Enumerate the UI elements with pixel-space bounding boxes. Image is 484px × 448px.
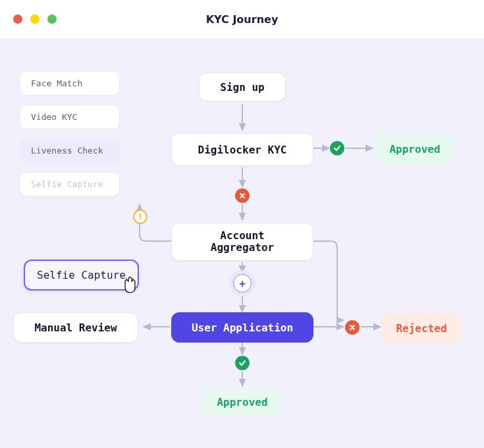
svg-point-0 [140,219,141,220]
palette-label: Face Match [31,78,82,88]
plus-icon: + [239,277,246,290]
node-sign-up[interactable]: Sign up [199,72,286,101]
node-label: Account Aggregator [211,230,274,254]
palette-item-face-match[interactable]: Face Match [20,71,120,96]
check-icon [235,356,250,370]
status-label: Rejected [396,322,446,335]
palette-item-video-kyc[interactable]: Video KYC [20,105,120,129]
status-approved-final: Approved [203,387,282,416]
maximize-icon[interactable] [47,14,57,24]
cross-icon [345,320,360,335]
check-icon [330,141,344,155]
palette-label: Liveness Check [31,146,103,155]
node-label: Digilocker KYC [198,144,287,156]
node-account-aggregator[interactable]: Account Aggregator [171,223,313,261]
diagram-canvas[interactable]: Face Match Video KYC Liveness Check Self… [0,38,484,448]
node-manual-review[interactable]: Manual Review [13,312,138,343]
node-label: User Application [192,322,293,334]
close-icon[interactable] [13,14,22,24]
palette-item-liveness-check[interactable]: Liveness Check [20,138,120,163]
node-user-application[interactable]: User Application [171,312,313,343]
status-rejected: Rejected [382,314,461,343]
dragged-block-label: Selfie Capture [37,269,126,281]
minimize-icon[interactable] [30,14,40,24]
warning-icon [133,210,148,224]
status-label: Approved [217,396,267,408]
add-step-button[interactable]: + [233,274,252,293]
node-label: Sign up [220,81,264,94]
block-palette: Face Match Video KYC Liveness Check Self… [20,71,120,196]
status-label: Approved [389,143,440,155]
node-digilocker-kyc[interactable]: Digilocker KYC [171,133,313,166]
window-controls [13,14,57,24]
titlebar: KYC Journey [0,0,484,38]
node-label: Manual Review [34,322,117,334]
palette-label: Video KYC [31,112,77,122]
palette-label: Selfie Capture [31,179,103,189]
status-approved: Approved [375,134,454,163]
palette-item-selfie-capture[interactable]: Selfie Capture [20,172,120,196]
window-title: KYC Journey [206,13,279,26]
cursor-icon [121,275,138,295]
cross-icon [235,188,250,203]
